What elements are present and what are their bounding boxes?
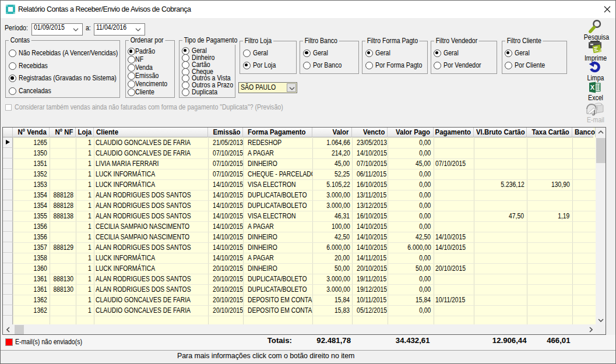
svg-text:X: X [590, 84, 595, 91]
